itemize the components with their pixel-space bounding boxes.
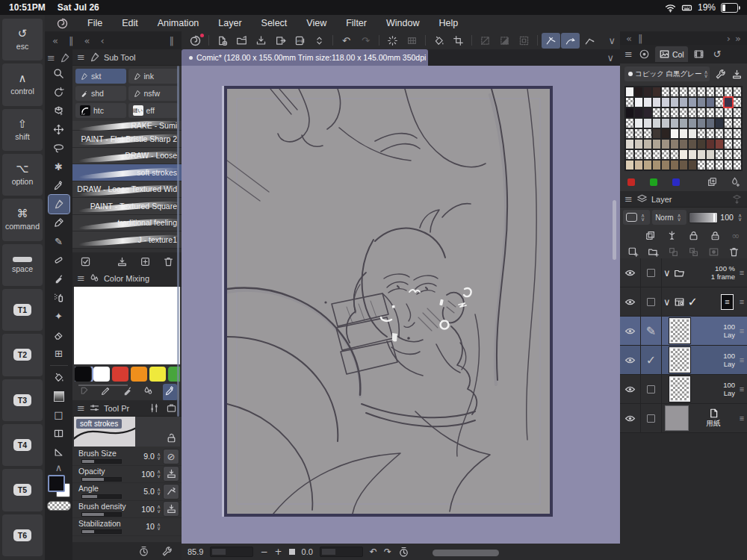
- rotate-slider[interactable]: [320, 547, 363, 557]
- clip-icon[interactable]: [645, 230, 656, 241]
- swatch-cell[interactable]: [688, 108, 697, 118]
- swatch-cell[interactable]: [733, 149, 742, 160]
- swatch-cell[interactable]: [679, 118, 688, 128]
- swatch-cell[interactable]: [625, 139, 634, 149]
- swatch-cell[interactable]: [625, 118, 634, 128]
- trash-icon[interactable]: [163, 256, 174, 267]
- eye-icon[interactable]: [620, 287, 641, 316]
- swatch-cell[interactable]: [661, 139, 670, 149]
- swatch-cell[interactable]: [733, 118, 742, 128]
- transfer-icon[interactable]: [668, 246, 679, 258]
- tool-object[interactable]: [49, 102, 69, 120]
- swatch-cell[interactable]: [688, 128, 697, 139]
- swatch-cell[interactable]: [724, 160, 733, 170]
- swatch-cell[interactable]: [724, 108, 733, 118]
- edit-pencil-icon[interactable]: ✎: [641, 317, 662, 345]
- green-channel-dot[interactable]: [650, 178, 657, 186]
- drag-handle-icon[interactable]: ≡: [737, 287, 747, 316]
- fit-screen-icon[interactable]: [289, 549, 295, 555]
- import-icon[interactable]: [731, 69, 743, 80]
- home-indicator[interactable]: [433, 550, 499, 556]
- layer-row-0[interactable]: ∨100 %1 frame≡: [620, 258, 747, 287]
- brush-draw-loose-textured-wid[interactable]: DRAW - Loose Textured Wid: [72, 181, 182, 199]
- swatch-cell[interactable]: [688, 149, 697, 160]
- swatch-cell[interactable]: [706, 87, 715, 97]
- key-command[interactable]: ⌘command: [2, 199, 43, 240]
- swatch-cell[interactable]: [715, 160, 724, 170]
- snap-special-ruler-button[interactable]: [561, 33, 580, 49]
- swatch-cell[interactable]: [715, 97, 724, 108]
- caret-updown-icon[interactable]: ∧∨: [157, 523, 161, 531]
- menu-icon[interactable]: ≡: [624, 194, 633, 204]
- layer-color-select[interactable]: ∧∨: [623, 210, 650, 225]
- swatch-cell[interactable]: [652, 160, 661, 170]
- drag-handle-icon[interactable]: ‖: [638, 34, 643, 43]
- subtool-tab-htc[interactable]: htc: [75, 103, 126, 118]
- menu-file[interactable]: File: [87, 18, 102, 28]
- color-indicator[interactable]: [48, 475, 70, 497]
- tool-pen[interactable]: [49, 195, 69, 214]
- swatch-cell[interactable]: [706, 149, 715, 160]
- menu-filter[interactable]: Filter: [346, 18, 367, 28]
- swatch-cell[interactable]: [715, 149, 724, 160]
- swatch-cell[interactable]: [715, 87, 724, 97]
- swatch-cell[interactable]: [643, 108, 652, 118]
- prop-slider[interactable]: [81, 512, 122, 517]
- tool-pencil[interactable]: ✎: [49, 232, 69, 251]
- zoom-out-icon[interactable]: −: [260, 547, 267, 556]
- tool-zoom[interactable]: [49, 64, 69, 83]
- swatch-cell[interactable]: [652, 149, 661, 160]
- prop-slider[interactable]: [81, 529, 122, 534]
- panel-column-scrollbar[interactable]: [177, 66, 179, 417]
- menu-select[interactable]: Select: [261, 18, 288, 28]
- pixel-lock-icon[interactable]: [710, 230, 721, 241]
- eye-icon[interactable]: [620, 404, 641, 432]
- double-chevron-left-icon[interactable]: «: [626, 34, 632, 43]
- swatch-cell[interactable]: [652, 118, 661, 128]
- brush-paint-textured-square[interactable]: PAINT - Textured Square: [72, 198, 182, 215]
- tool-figure[interactable]: □: [49, 405, 69, 424]
- drag-handle-icon[interactable]: ≡: [737, 404, 747, 432]
- swatch-cell[interactable]: [697, 139, 706, 149]
- canvas-vertical-scrollbar[interactable]: [613, 200, 616, 260]
- menu-view[interactable]: View: [306, 18, 326, 28]
- swatch-cell[interactable]: [625, 87, 634, 97]
- swatch-cell[interactable]: [670, 108, 679, 118]
- drag-handle-icon[interactable]: ≡: [737, 375, 747, 403]
- drag-handle-icon[interactable]: ≡: [737, 317, 747, 345]
- key-t6[interactable]: T6: [2, 514, 43, 556]
- key-option[interactable]: ⌥option: [2, 154, 43, 196]
- tool-calligraphy[interactable]: [49, 214, 69, 232]
- brush-j-texture1[interactable]: J - texture1: [72, 231, 182, 249]
- swatch-cell[interactable]: [688, 87, 697, 97]
- chevron-down-icon[interactable]: ∨: [663, 297, 671, 307]
- swatch-cell[interactable]: [634, 139, 643, 149]
- swatch-cell[interactable]: [688, 139, 697, 149]
- merge-icon[interactable]: [688, 246, 699, 258]
- check-list-icon[interactable]: [80, 256, 91, 267]
- eyedropper-button[interactable]: [163, 384, 177, 401]
- droplets-button[interactable]: [141, 384, 155, 401]
- prop-slider[interactable]: [81, 459, 122, 464]
- swatch-cell[interactable]: [697, 87, 706, 97]
- mix-brush-button[interactable]: [99, 384, 113, 401]
- swatch-cell[interactable]: [652, 108, 661, 118]
- layer-thumbnail[interactable]: [669, 376, 690, 402]
- reset-clock-icon[interactable]: [138, 546, 149, 557]
- swatch-cell[interactable]: [634, 97, 643, 108]
- caret-updown-button[interactable]: [310, 33, 329, 49]
- prop-value[interactable]: 100: [135, 505, 155, 514]
- layer-thumbnail[interactable]: [669, 347, 690, 373]
- swatch-cell[interactable]: [643, 139, 652, 149]
- subtool-tab-nsfw[interactable]: nsfw: [128, 86, 179, 101]
- swatch-cell[interactable]: [697, 149, 706, 160]
- mix-swatch[interactable]: [75, 367, 91, 382]
- tool-move[interactable]: [49, 120, 69, 139]
- swatch-cell[interactable]: [697, 160, 706, 170]
- canvas-page[interactable]: [224, 86, 553, 517]
- prop-value[interactable]: 100: [135, 470, 155, 479]
- swatch-cell[interactable]: [625, 97, 634, 108]
- swatch-cell[interactable]: [706, 128, 715, 139]
- menu-window[interactable]: Window: [386, 18, 419, 28]
- eye-icon[interactable]: [620, 258, 641, 287]
